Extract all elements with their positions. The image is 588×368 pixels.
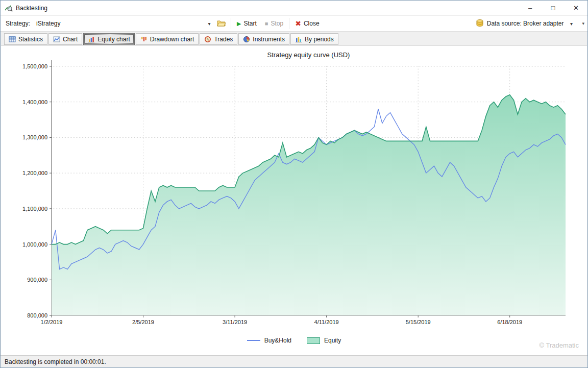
equity-chart-icon [88, 36, 95, 43]
equity-area-swatch [307, 337, 320, 344]
maximize-button[interactable]: □ [542, 1, 565, 15]
datasource-dropdown[interactable]: ▾ [567, 21, 576, 27]
svg-text:5/15/2019: 5/15/2019 [406, 319, 431, 325]
toolbar-separator [231, 18, 231, 29]
equity-chart: Strategy equity curve (USD)800,000900,00… [3, 46, 585, 330]
close-icon: ✖ [295, 19, 301, 28]
status-text: Backtesting is completed in 00:00:01. [5, 358, 106, 365]
trades-icon [204, 36, 211, 43]
strategy-combobox[interactable]: iStrategy ▾ [34, 17, 214, 30]
folder-icon [217, 19, 226, 28]
legend-item-equity: Equity [307, 337, 341, 344]
statusbar: Backtesting is completed in 00:00:01. [1, 355, 587, 367]
svg-text:6/18/2019: 6/18/2019 [497, 319, 522, 325]
svg-text:1,500,000: 1,500,000 [22, 63, 47, 69]
toolbar: Strategy: iStrategy ▾ ▶ Start ■ Stop ✖ C… [1, 16, 587, 32]
stop-icon: ■ [265, 20, 268, 27]
svg-text:3/11/2019: 3/11/2019 [223, 319, 247, 325]
chart-legend: Buy&Hold Equity [1, 337, 587, 344]
svg-text:1,400,000: 1,400,000 [22, 99, 47, 105]
toolbar-overflow-button[interactable]: ▾ [580, 20, 586, 27]
instruments-icon [243, 36, 250, 43]
tab-chart[interactable]: Chart [48, 33, 82, 45]
chevron-down-icon[interactable]: ▾ [205, 21, 214, 27]
equity-chart-panel: Strategy equity curve (USD)800,000900,00… [1, 45, 587, 355]
svg-text:4/11/2019: 4/11/2019 [314, 319, 339, 325]
statistics-icon [9, 36, 16, 43]
legend-label: Buy&Hold [264, 337, 291, 344]
legend-label: Equity [324, 337, 341, 344]
legend-item-buyhold: Buy&Hold [247, 337, 291, 344]
close-window-button[interactable]: ✕ [565, 1, 587, 15]
strategy-label: Strategy: [6, 20, 30, 27]
svg-text:Strategy equity curve (USD): Strategy equity curve (USD) [267, 51, 350, 59]
start-button[interactable]: ▶ Start [233, 17, 261, 30]
tab-trades[interactable]: Trades [200, 33, 237, 45]
svg-text:1,300,000: 1,300,000 [22, 134, 47, 140]
svg-text:900,000: 900,000 [27, 277, 47, 283]
open-strategy-button[interactable] [214, 17, 229, 30]
backtesting-window: Backtesting – □ ✕ Strategy: iStrategy ▾ … [0, 0, 588, 368]
tab-drawdown-chart[interactable]: Drawdown chart [136, 33, 199, 45]
drawdown-chart-icon [140, 36, 148, 43]
svg-text:1,000,000: 1,000,000 [22, 241, 47, 248]
svg-text:800,000: 800,000 [27, 312, 47, 318]
stop-button[interactable]: ■ Stop [261, 17, 287, 30]
toolbar-separator [289, 18, 289, 29]
svg-text:1,200,000: 1,200,000 [22, 170, 47, 176]
svg-text:2/5/2019: 2/5/2019 [132, 319, 154, 325]
svg-text:1,100,000: 1,100,000 [22, 206, 47, 212]
close-backtest-button[interactable]: ✖ Close [291, 17, 323, 30]
tabstrip: Statistics Chart Equity chart Drawdown c… [1, 32, 587, 45]
app-icon [5, 4, 13, 12]
strategy-value: iStrategy [34, 20, 205, 27]
titlebar: Backtesting – □ ✕ [1, 1, 587, 16]
datasource-label: Data source: Broker adapter [487, 20, 564, 27]
buyhold-line-swatch [247, 340, 260, 341]
window-title: Backtesting [16, 5, 47, 12]
tab-statistics[interactable]: Statistics [4, 33, 47, 45]
watermark: © Tradematic [540, 341, 579, 349]
by-periods-icon [295, 36, 302, 43]
minimize-button[interactable]: – [519, 1, 542, 15]
start-icon: ▶ [237, 20, 241, 27]
chart-icon [53, 36, 60, 43]
svg-text:1/2/2019: 1/2/2019 [41, 319, 63, 325]
tab-instruments[interactable]: Instruments [238, 33, 289, 45]
datasource-icon [476, 19, 484, 29]
tab-equity-chart[interactable]: Equity chart [83, 33, 134, 45]
tab-by-periods[interactable]: By periods [290, 33, 338, 45]
